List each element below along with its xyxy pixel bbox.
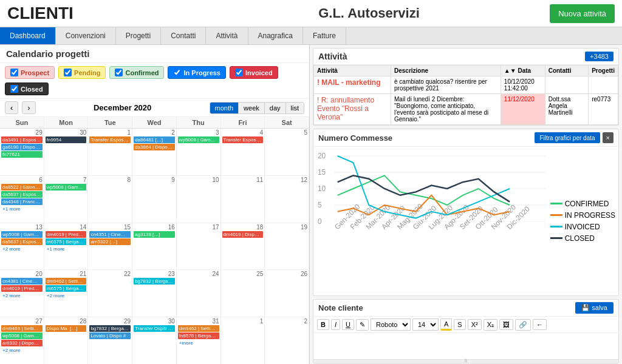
cal-event[interactable]: ar6332 | Dispo…: [1, 340, 43, 346]
note-underline-button[interactable]: U: [342, 319, 354, 330]
cal-event[interactable]: da5637 | Esposizione del […]: [1, 238, 43, 245]
cal-cell-dec27[interactable]: 27 dm9463 | Settimana della Moda wp5008 …: [0, 317, 44, 364]
cal-event[interactable]: dm9463 | Settimana della Moda: [1, 325, 43, 332]
note-superscript-button[interactable]: X²: [468, 319, 482, 330]
cal-event[interactable]: da8522 | Salone internazionale…: [1, 184, 43, 190]
new-activity-button[interactable]: Nuova attività: [550, 4, 615, 23]
note-font-color-button[interactable]: A: [440, 318, 452, 331]
cal-event-more[interactable]: +2 more: [46, 292, 87, 299]
note-save-button[interactable]: 💾 salva: [575, 302, 613, 314]
col-attivita[interactable]: Attività: [314, 66, 391, 76]
cal-event-more[interactable]: +2 more: [1, 347, 43, 354]
cal-cell-dec10[interactable]: 10: [177, 176, 221, 223]
cal-event[interactable]: am5322 […]: [89, 238, 131, 245]
note-strikethrough-button[interactable]: S: [454, 319, 465, 330]
cal-event[interactable]: bg7832 | Bergamo Scienza […]: [134, 278, 175, 285]
cal-cell-dec22[interactable]: 22: [88, 270, 132, 317]
cal-event[interactable]: da4348 | Francesco Milan […]: [1, 198, 43, 205]
note-italic-button[interactable]: I: [331, 319, 340, 330]
cal-event[interactable]: dm4019 | Dispo Mr. Livingstone: [222, 231, 264, 238]
cal-cell-dec7[interactable]: 7 wp5008 | Gamers Month Milan: [44, 176, 89, 223]
cal-event-more[interactable]: +1 more: [1, 206, 43, 212]
cal-event[interactable]: cn4381 | Cinema Novara […]: [1, 278, 43, 285]
cal-cell-dec6[interactable]: 6 da8522 | Salone internazionale… da5637…: [0, 176, 44, 223]
cal-cell-dec29[interactable]: 29 bg7832 | Bergamo Scienza Lovato | Dis…: [88, 317, 132, 364]
tab-progetti[interactable]: Progetti: [116, 27, 161, 44]
col-contatti[interactable]: Contatti: [545, 66, 589, 76]
cal-event[interactable]: wp5008 | Gamers Month Milan: [1, 332, 43, 339]
cal-cell-dec11[interactable]: 11: [221, 176, 265, 223]
filter-closed[interactable]: Closed: [5, 83, 49, 95]
cal-cell-dec23[interactable]: 23 bg7832 | Bergamo Scienza […]: [132, 270, 177, 317]
cal-event-more[interactable]: +more: [178, 340, 219, 346]
cal-event[interactable]: Lovato | Dispo #: [89, 332, 131, 339]
filter-pending[interactable]: Pending: [58, 66, 106, 79]
cal-event-more[interactable]: +2 more: [1, 292, 43, 299]
filter-inprogress[interactable]: In Progress: [168, 66, 226, 79]
cal-event[interactable]: da5637 | Esposizione del Design di Torin…: [1, 191, 43, 198]
col-descrizione[interactable]: Descrizione: [391, 66, 501, 76]
cal-cell-dec16[interactable]: 16 ag3138 […]: [132, 223, 177, 270]
cal-event[interactable]: Transfer Espositori | LIN-RHO: [222, 136, 264, 143]
cal-cell-jan1[interactable]: 1: [221, 317, 265, 364]
view-list-button[interactable]: list: [286, 103, 304, 113]
cal-cell-dec30[interactable]: 30 Transfer Ospiti | BGY-BG: [132, 317, 177, 364]
cal-event[interactable]: dm4019 | Predappio Music Festival: [1, 285, 43, 292]
cal-event[interactable]: da86481 […]: [134, 136, 175, 143]
cal-cell-dec21[interactable]: 21 dm9462 | Settimana della Moda rn6575 …: [44, 270, 89, 317]
cal-cell-dec19[interactable]: 19: [265, 223, 309, 270]
cal-event[interactable]: ga6190 | Dispo Mr. Raington: [1, 144, 43, 150]
cal-cell-dec1[interactable]: 1 Transfer Espositori: [88, 129, 132, 175]
filter-confirmed[interactable]: Confirmed: [109, 66, 164, 79]
tab-attivita[interactable]: Attività: [206, 27, 248, 44]
tab-anagrafica[interactable]: Anagrafica: [248, 27, 303, 44]
cal-cell-dec25[interactable]: 25: [221, 270, 265, 317]
col-data[interactable]: ▲▼ Data: [501, 66, 545, 76]
cal-cell-dec2[interactable]: 2 da86481 […] da3864 | Dispo dott. Bianc…: [132, 129, 177, 175]
calendar-next-button[interactable]: ›: [22, 101, 35, 114]
view-week-button[interactable]: week: [239, 103, 265, 113]
cal-cell-dec31[interactable]: 31 dm9462 | Settimana moda fn8576 | Berg…: [177, 317, 221, 364]
cal-event[interactable]: Transfer Espositori: [89, 136, 131, 143]
cal-cell-dec18[interactable]: 18 dm4019 | Dispo Mr. Livingstone: [221, 223, 265, 270]
note-bold-button[interactable]: B: [317, 319, 329, 330]
cal-event[interactable]: wp5008 | Gamers Month Milan: [1, 231, 43, 238]
cal-cell-nov30[interactable]: 30 fn9954: [44, 129, 89, 175]
cal-event[interactable]: dm4019 | Predappio Music: [46, 231, 87, 238]
cal-event[interactable]: dm9462 | Settimana moda: [178, 325, 219, 332]
tab-contatti[interactable]: Contatti: [161, 27, 206, 44]
cal-event[interactable]: rn6575 | Bergamo Eventi: [46, 285, 87, 292]
cal-event[interactable]: dm9462 | Settimana della Moda: [46, 278, 87, 285]
cal-event[interactable]: cn4351 | Cinema Novara […]: [89, 231, 131, 238]
cal-event[interactable]: da3864 | Dispo dott. Bianchi: [134, 144, 175, 150]
filter-prospect[interactable]: Prospect: [5, 66, 55, 79]
cal-event[interactable]: wp5008 | Gamers Month Milan: [178, 136, 219, 143]
cal-cell-dec24[interactable]: 24: [177, 270, 221, 317]
cal-cell-dec5[interactable]: 5: [265, 129, 309, 175]
note-image-button[interactable]: 🖼: [499, 319, 513, 330]
cal-event-more[interactable]: +2 more: [1, 246, 43, 252]
view-day-button[interactable]: day: [265, 103, 286, 113]
tab-convenzioni[interactable]: Convenzioni: [56, 27, 116, 44]
cal-cell-dec28[interactable]: 28 Dispo Ma. […]: [44, 317, 89, 364]
filter-invoiced[interactable]: Invoiced: [230, 66, 278, 79]
cal-cell-dec9[interactable]: 9: [132, 176, 177, 223]
cal-cell-dec15[interactable]: 15 cn4351 | Cinema Novara […] am5322 […]: [88, 223, 132, 270]
note-font-size-select[interactable]: 14: [412, 318, 439, 331]
cal-cell-dec20[interactable]: 20 cn4381 | Cinema Novara […] dm4019 | P…: [0, 270, 44, 317]
cal-event[interactable]: Transfer Ospiti | BGY-BG: [134, 325, 175, 332]
cal-event[interactable]: da3491 | Esposizione mot…: [1, 136, 43, 143]
cal-cell-dec8[interactable]: 8: [88, 176, 132, 223]
cal-event[interactable]: Dispo Ma. […]: [46, 325, 87, 332]
cal-cell-dec4[interactable]: 4 Transfer Espositori | LIN-RHO: [221, 129, 265, 175]
chart-close-button[interactable]: ×: [603, 132, 613, 143]
cal-cell-dec13[interactable]: 13 wp5008 | Gamers Month Milan da5637 | …: [0, 223, 44, 270]
col-progetti[interactable]: Progetti: [589, 66, 618, 76]
cal-event-more[interactable]: +1 more: [46, 246, 87, 252]
cal-event[interactable]: ag3138 […]: [134, 231, 175, 238]
cal-cell-dec12[interactable]: 12: [265, 176, 309, 223]
cal-event[interactable]: rn6575 | Bergamo Eventi - Pagine Vuote: [46, 238, 87, 245]
chart-filter-button[interactable]: Filtra grafici per data: [535, 132, 600, 143]
view-month-button[interactable]: month: [210, 103, 239, 113]
note-undo-button[interactable]: ←: [533, 319, 547, 330]
